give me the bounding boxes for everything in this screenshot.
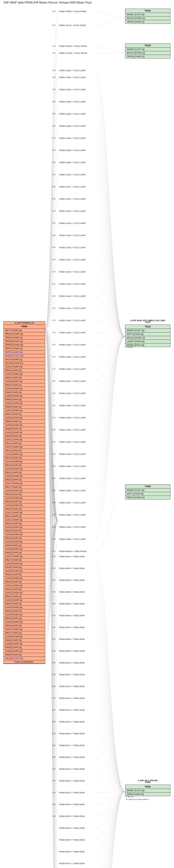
source-row: LGA30 [CHAR (4)] [4,577,45,580]
source-row: LGA15 [CHAR (4)] [4,467,45,471]
source-row: LGA04 [CHAR (4)] [4,387,45,391]
edge-label: P0008-EIN25 = T538A-ZEINH [59,839,85,841]
cardinality: 0..N [52,638,55,640]
source-row: LGA20 [CHAR (4)] [4,504,45,507]
edge-label: P0008-EIN20 = T538A-ZEINH [59,780,85,782]
source-row: EIN09 [CHAR (3)] [4,427,45,431]
source-row: EIN20 [CHAR (3)] [4,507,45,511]
cardinality: 0..N [52,591,55,593]
target-table-T512Z: T512ZMANDT [CLNT (3)]INFTY [CHAR (4)]MOL… [125,324,170,347]
edge-label: P0008-LGA15 = T512Z-LGART [59,235,86,237]
edge-label: P0008-EIN27 = T538A-ZEINH [59,863,85,865]
edge-label: P0008-LGA38 = T512Z-LGART [59,514,86,516]
edge-label: P0008-EIN03 = T538A-ZEINH [59,579,85,581]
source-row: PARTN [CHAR (2)] [4,350,45,354]
source-footer-extra: PTNB.E..KG.RDEQS.NRU., [4,660,45,664]
cardinality: 0..N [52,768,55,770]
cardinality: 0..N [52,404,55,406]
source-row: LGA01 [CHAR (4)] [4,365,45,369]
cardinality: 0..N [52,514,55,516]
source-row: EIN06 [CHAR (3)] [4,405,45,409]
edge-label: P0008-EIN14 = T538A-ZEINH [59,709,85,711]
cardinality: 0..N [52,465,55,467]
cardinality: 0..N [52,756,55,758]
cardinality: 0..N [52,615,55,616]
cardinality: 0..N [52,416,55,418]
source-row: EIN31 [CHAR (3)] [4,587,45,591]
cardinality: 0..N [52,567,55,569]
source-row: EIN17 [CHAR (3)] [4,485,45,489]
target-row: TRFAR [CHAR (2)] [125,20,170,24]
edge-label: P0008-LGA27 = T512Z-LGART [59,380,86,382]
source-row: LGA06 [CHAR (4)] [4,402,45,405]
cardinality: 0..N [52,69,55,71]
card-cluster: 0C.UNEN.SN.TW.NOE.NMRN.D, [126,799,149,800]
target-row: MANDT [CLNT (3)] [125,489,170,492]
cardinality: 0..N [52,429,55,431]
edge-label: P0008-EIN18 = T538A-ZEINH [59,756,85,758]
cardinality: 0..N [52,490,55,492]
edge-label: P0008-LGA20 = T512Z-LGART [59,295,86,297]
source-row: LGA24 [CHAR (4)] [4,533,45,536]
edge-label: P0008-EIN06 = T538A-ZEINH [59,615,85,617]
source-row: EIN35 [CHAR (3)] [4,617,45,620]
target-row: ZEINH [CHAR (3)] [125,793,170,796]
source-row: LGA38 [CHAR (4)] [4,635,45,639]
source-row: VGLGB [CHAR (2)] [4,362,45,365]
target-header: T538A [125,785,170,789]
cardinality: 0..N [52,186,55,188]
cardinality: 0..N [52,319,55,321]
source-row: LGA12 [CHAR (4)] [4,445,45,449]
source-row: LGA23 [CHAR (4)] [4,526,45,529]
source-row: LGA09 [CHAR (4)] [4,424,45,427]
edge-label: P0008-VGLTA = T510A-TRFAR [59,24,86,26]
cardinality: 0..N [52,149,55,151]
source-row: EIN33 [CHAR (3)] [4,602,45,606]
source-row: EIN39 [CHAR (3)] [4,646,45,649]
source-row: LGA35 [CHAR (4)] [4,613,45,617]
cardinality: 0..N [52,674,55,676]
edge-label: P0008-TRFAR = T510A-TRFAR [59,10,86,12]
source-row: EIN23 [CHAR (3)] [4,529,45,533]
cardinality: 0..N [52,744,55,746]
source-row: EIN03 [CHAR (3)] [4,383,45,387]
edge-label: P0008-LGA29 = T512Z-LGART [59,404,86,407]
edge-label: P0008-EIN26 = T538A-ZEINH [59,850,85,853]
cardinality: 0..N [52,344,55,346]
edge-label: P0008-EIN19 = T538A-ZEINH [59,768,85,770]
edge-label: P0008-EIN12 = T538A-ZEINH [59,685,85,687]
edge-label: P0008-EIN23 = T538A-ZEINH [59,815,85,817]
edge-label: P0008-EIN07 = T538A-ZEINH [59,626,85,628]
ghost-line: T538A [125,781,170,783]
edge-label: P0008-EIN24 = T538A-ZEINH [59,827,85,829]
source-row: EIN05 [CHAR (3)] [4,398,45,402]
source-row: LGA08 [CHAR (4)] [4,416,45,420]
source-row: LGA16 [CHAR (4)] [4,474,45,478]
cardinality: 0..N [52,662,55,664]
edge-label: P0008-EIN01 = T538A-ZEINH [59,556,85,558]
edge-label: P0008-EIN22 = T538A-ZEINH [59,803,85,806]
cardinality: 0..N [52,89,55,90]
source-row: LGA18 [CHAR (4)] [4,489,45,493]
edge-label: P0008-LGA25 = T512Z-LGART [59,356,86,358]
source-row: EIN21 [CHAR (3)] [4,515,45,518]
edge-label: P0008-LGA39 = T512Z-LGART [59,526,86,528]
edge-label: P0008-LGA35 = T512Z-LGART [59,477,86,479]
target-row: MOLGA [CHAR (2)] [125,336,170,340]
source-row: EIN26 [CHAR (3)] [4,551,45,555]
edge-label: P0008-LGA32 = T512Z-LGART [59,441,86,443]
source-row: EIN13 [CHAR (3)] [4,456,45,460]
cardinality: 0..N [52,453,55,455]
edge-label: P0008-LGA37 = T512Z-LGART [59,502,86,504]
edge-label: P0008-LGA19 = T512Z-LGART [59,283,86,285]
edge-label: P0008-LGA06 = T512Z-LGART [59,125,86,127]
source-row: LGA05 [CHAR (4)] [4,394,45,398]
edge-label: P0008-LGA33 = T512Z-LGART [59,453,86,455]
source-row: EIN07 [CHAR (3)] [4,412,45,416]
cardinality: 0..N [52,792,55,794]
cardinality: 0..N [52,626,55,628]
cardinality: 0..N [52,803,55,805]
source-row: LGA29 [CHAR (4)] [4,569,45,573]
source-row: EIN08 [CHAR (3)] [4,420,45,424]
source-row: LGA36 [CHAR (4)] [4,620,45,624]
